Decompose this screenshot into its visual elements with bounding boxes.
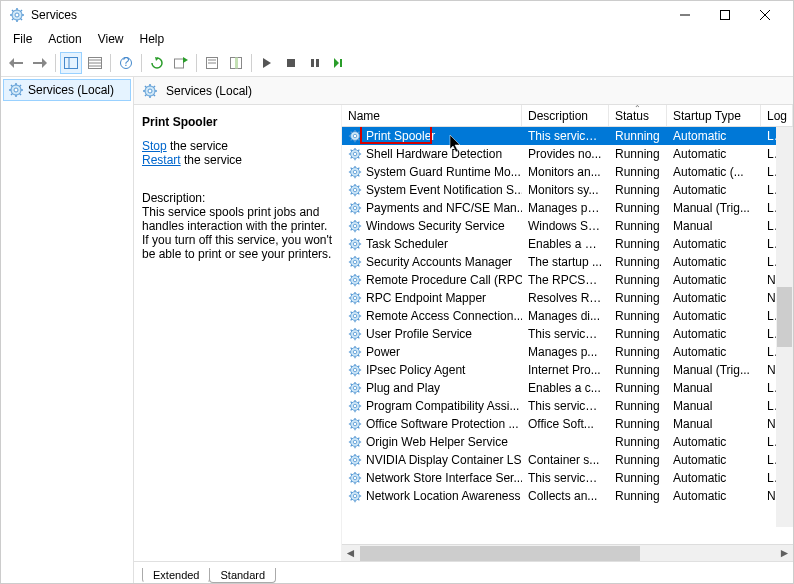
column-description[interactable]: Description	[522, 105, 609, 126]
service-description: The startup ...	[522, 255, 609, 269]
service-name: RPC Endpoint Mapper	[366, 291, 486, 305]
service-status: Running	[609, 471, 667, 485]
service-status: Running	[609, 219, 667, 233]
service-description: The RPCSS s...	[522, 273, 609, 287]
sort-indicator-icon: ⌃	[634, 105, 641, 113]
vertical-scrollbar[interactable]	[776, 127, 793, 527]
column-status[interactable]: ⌃Status	[609, 105, 667, 126]
tab-extended[interactable]: Extended	[142, 568, 210, 583]
maximize-button[interactable]	[705, 3, 745, 27]
service-name: Remote Procedure Call (RPC)	[366, 273, 522, 287]
menu-view[interactable]: View	[90, 32, 132, 46]
menu-action[interactable]: Action	[40, 32, 89, 46]
column-log-on-as[interactable]: Log	[761, 105, 793, 126]
service-row[interactable]: System Guard Runtime Mo...Monitors an...…	[342, 163, 793, 181]
tree-pane: Services (Local)	[1, 77, 134, 583]
service-row[interactable]: Origin Web Helper ServiceRunningAutomati…	[342, 433, 793, 451]
back-button[interactable]	[5, 52, 27, 74]
show-hide-tree-button[interactable]	[60, 52, 82, 74]
service-row[interactable]: Security Accounts ManagerThe startup ...…	[342, 253, 793, 271]
gear-icon	[348, 201, 362, 215]
close-button[interactable]	[745, 3, 785, 27]
service-name: User Profile Service	[366, 327, 472, 341]
service-row[interactable]: Payments and NFC/SE Man...Manages pa...R…	[342, 199, 793, 217]
service-status: Running	[609, 183, 667, 197]
properties-button[interactable]	[201, 52, 223, 74]
service-startup-type: Automatic	[667, 471, 761, 485]
svg-rect-36	[311, 59, 314, 67]
forward-button[interactable]	[29, 52, 51, 74]
service-row[interactable]: Remote Access Connection...Manages di...…	[342, 307, 793, 325]
service-description: Collects an...	[522, 489, 609, 503]
service-row[interactable]: Network Location AwarenessCollects an...…	[342, 487, 793, 505]
service-row[interactable]: Office Software Protection ...Office Sof…	[342, 415, 793, 433]
menu-file[interactable]: File	[5, 32, 40, 46]
service-row[interactable]: IPsec Policy AgentInternet Pro...Running…	[342, 361, 793, 379]
app-gear-icon	[9, 7, 25, 23]
gear-icon	[348, 129, 362, 143]
service-startup-type: Manual	[667, 381, 761, 395]
service-row[interactable]: PowerManages p...RunningAutomaticLoca	[342, 343, 793, 361]
service-description: Monitors an...	[522, 165, 609, 179]
gear-icon	[348, 453, 362, 467]
restart-service-link[interactable]: Restart	[142, 153, 181, 167]
gear-icon	[348, 183, 362, 197]
service-status: Running	[609, 237, 667, 251]
service-row[interactable]: System Event Notification S...Monitors s…	[342, 181, 793, 199]
service-status: Running	[609, 417, 667, 431]
stop-service-button[interactable]	[280, 52, 302, 74]
service-description: This service ...	[522, 399, 609, 413]
gear-icon	[348, 399, 362, 413]
service-row[interactable]: NVIDIA Display Container LSContainer s..…	[342, 451, 793, 469]
svg-marker-34	[263, 58, 271, 68]
service-row[interactable]: Windows Security ServiceWindows Se...Run…	[342, 217, 793, 235]
help-button[interactable]: ?	[115, 52, 137, 74]
gear-icon	[348, 309, 362, 323]
export-button[interactable]	[170, 52, 192, 74]
service-name: Task Scheduler	[366, 237, 448, 251]
gear-icon	[348, 255, 362, 269]
service-name: Origin Web Helper Service	[366, 435, 508, 449]
svg-marker-16	[42, 58, 47, 68]
service-row[interactable]: Print SpoolerThis service ...RunningAuto…	[342, 127, 793, 145]
gear-icon	[348, 291, 362, 305]
tree-item-services-local[interactable]: Services (Local)	[3, 79, 131, 101]
service-row[interactable]: Task SchedulerEnables a us...RunningAuto…	[342, 235, 793, 253]
column-button[interactable]	[225, 52, 247, 74]
pause-service-button[interactable]	[304, 52, 326, 74]
service-name: Windows Security Service	[366, 219, 505, 233]
menu-help[interactable]: Help	[132, 32, 173, 46]
start-service-button[interactable]	[256, 52, 278, 74]
horizontal-scrollbar[interactable]: ◄ ►	[342, 544, 793, 561]
toolbar: ?	[1, 49, 793, 77]
tab-standard[interactable]: Standard	[209, 568, 276, 583]
service-status: Running	[609, 165, 667, 179]
service-startup-type: Automatic	[667, 435, 761, 449]
restart-service-button[interactable]	[328, 52, 350, 74]
gear-icon	[348, 219, 362, 233]
gear-icon	[348, 273, 362, 287]
service-description: Enables a us...	[522, 237, 609, 251]
service-row[interactable]: User Profile ServiceThis service ...Runn…	[342, 325, 793, 343]
service-row[interactable]: Program Compatibility Assi...This servic…	[342, 397, 793, 415]
export-list-button[interactable]	[84, 52, 106, 74]
service-row[interactable]: Network Store Interface Ser...This servi…	[342, 469, 793, 487]
service-startup-type: Automatic	[667, 237, 761, 251]
service-startup-type: Automatic	[667, 327, 761, 341]
gear-icon	[8, 82, 24, 98]
service-row[interactable]: Plug and PlayEnables a c...RunningManual…	[342, 379, 793, 397]
column-name[interactable]: Name	[342, 105, 522, 126]
service-row[interactable]: Shell Hardware DetectionProvides no...Ru…	[342, 145, 793, 163]
svg-text:?: ?	[123, 57, 130, 69]
minimize-button[interactable]	[665, 3, 705, 27]
refresh-button[interactable]	[146, 52, 168, 74]
service-description: Office Soft...	[522, 417, 609, 431]
service-row[interactable]: RPC Endpoint MapperResolves RP...Running…	[342, 289, 793, 307]
column-startup-type[interactable]: Startup Type	[667, 105, 761, 126]
service-row[interactable]: Remote Procedure Call (RPC)The RPCSS s..…	[342, 271, 793, 289]
service-description: Windows Se...	[522, 219, 609, 233]
service-name: Network Location Awareness	[366, 489, 521, 503]
stop-service-link[interactable]: Stop	[142, 139, 167, 153]
service-startup-type: Manual (Trig...	[667, 201, 761, 215]
service-status: Running	[609, 435, 667, 449]
